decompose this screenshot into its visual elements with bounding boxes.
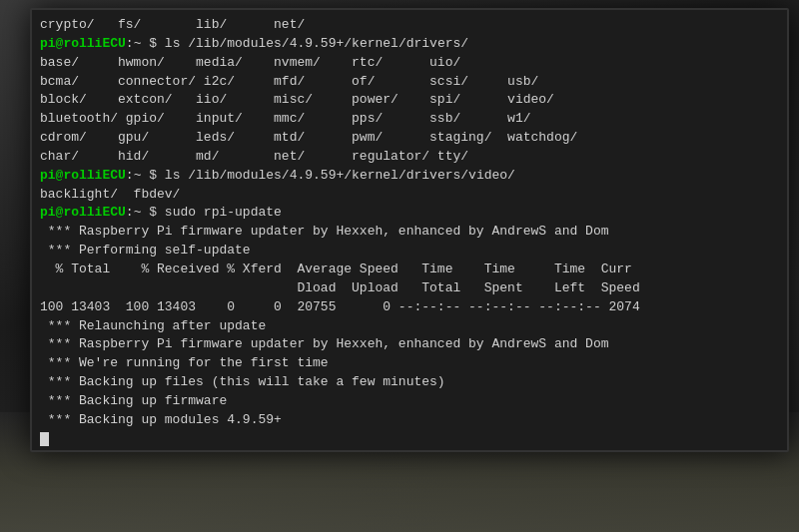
terminal-wrapper: crypto/ fs/ lib/ net/ pi@rolliECU:~ $ ls…: [30, 8, 789, 452]
terminal-line-3: base/ hwmon/ media/ nvmem/ rtc/ uio/: [40, 54, 779, 73]
terminal-line-8: char/ hid/ md/ net/ regulator/ tty/: [40, 148, 779, 167]
prompt-colon-3: :~ $: [126, 205, 165, 220]
prompt-cmd: ls /lib/modules/4.9.59+/kernel/drivers/: [165, 36, 468, 51]
terminal-screen: crypto/ fs/ lib/ net/ pi@rolliECU:~ $ ls…: [32, 10, 787, 450]
terminal-line-5: block/ extcon/ iio/ misc/ power/ spi/ vi…: [40, 91, 779, 110]
terminal-line-7: cdrom/ gpu/ leds/ mtd/ pwm/ staging/ wat…: [40, 129, 779, 148]
terminal-line-17: *** Relaunching after update: [40, 317, 779, 336]
terminal-cursor: [40, 432, 49, 446]
terminal-line-9: pi@rolliECU:~ $ ls /lib/modules/4.9.59+/…: [40, 167, 779, 186]
terminal-line-13: *** Performing self-update: [40, 242, 779, 261]
prompt-cmd-2: ls /lib/modules/4.9.59+/kernel/drivers/v…: [165, 168, 515, 183]
terminal-line-4: bcma/ connector/ i2c/ mfd/ of/ scsi/ usb…: [40, 73, 779, 92]
terminal-line-19: *** We're running for the first time: [40, 354, 779, 373]
prompt-colon: :~ $: [126, 36, 165, 51]
prompt-cmd-3: sudo rpi-update: [165, 205, 282, 220]
terminal-line-23: [40, 430, 779, 449]
terminal-line-2: pi@rolliECU:~ $ ls /lib/modules/4.9.59+/…: [40, 35, 779, 54]
terminal-line-12: *** Raspberry Pi firmware updater by Hex…: [40, 223, 779, 242]
prompt-user-3: pi@rolliECU: [40, 205, 126, 220]
prompt-colon-2: :~ $: [126, 168, 165, 183]
terminal-line-14: % Total % Received % Xferd Average Speed…: [40, 261, 779, 279]
terminal-line-21: *** Backing up firmware: [40, 392, 779, 411]
terminal-line-10: backlight/ fbdev/: [40, 186, 779, 205]
outer-container: crypto/ fs/ lib/ net/ pi@rolliECU:~ $ ls…: [0, 0, 799, 532]
terminal-line-15: Dload Upload Total Spent Left Speed: [40, 279, 779, 298]
terminal-line-16: 100 13403 100 13403 0 0 20755 0 --:--:--…: [40, 298, 779, 317]
prompt-user: pi@rolliECU: [40, 36, 126, 51]
terminal-line-18: *** Raspberry Pi firmware updater by Hex…: [40, 335, 779, 354]
prompt-user-2: pi@rolliECU: [40, 168, 126, 183]
terminal-line-11: pi@rolliECU:~ $ sudo rpi-update: [40, 204, 779, 223]
terminal-line-6: bluetooth/ gpio/ input/ mmc/ pps/ ssb/ w…: [40, 110, 779, 129]
terminal-line-22: *** Backing up modules 4.9.59+: [40, 411, 779, 430]
terminal-line-20: *** Backing up files (this will take a f…: [40, 373, 779, 392]
terminal-line-1: crypto/ fs/ lib/ net/: [40, 16, 779, 35]
